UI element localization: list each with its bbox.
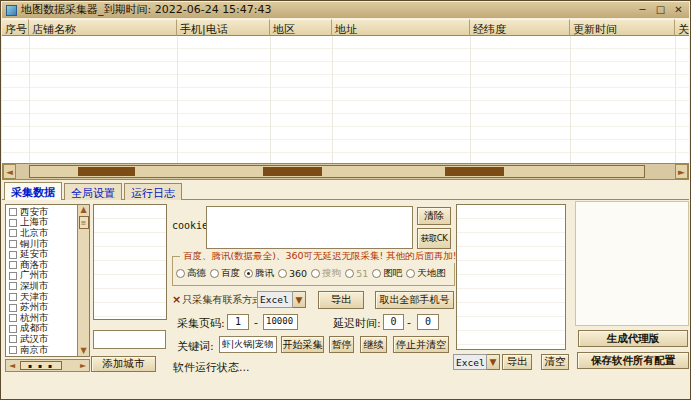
city-checkbox[interactable]	[9, 325, 17, 333]
pause-button[interactable]: 暂停	[329, 336, 354, 353]
bottom-clear-button[interactable]: 清空	[541, 354, 569, 370]
grip-icon: ≡	[81, 219, 87, 227]
right-panel	[575, 201, 689, 326]
city-listbox: 西安市上海市北京市铜川市延安市商洛市广州市深圳市天津市苏州市杭州市成都市武汉市南…	[5, 204, 90, 357]
city-checkbox[interactable]	[9, 240, 17, 248]
city-checkbox[interactable]	[9, 208, 17, 216]
title-bar[interactable]: 地图数据采集器_到期时间: 2022-06-24 15:47:43 ─ □ ✕	[2, 2, 689, 18]
table-hscrollbar-track[interactable]	[16, 164, 675, 179]
scroll-left-icon[interactable]: ◄	[6, 361, 18, 370]
extract-phones-button[interactable]: 取出全部手机号	[375, 291, 454, 309]
city-checkbox[interactable]	[9, 293, 17, 301]
city-checkbox[interactable]	[9, 282, 17, 290]
phone-result-listbox[interactable]	[456, 204, 566, 350]
radio-icon[interactable]	[244, 269, 253, 278]
start-collect-button[interactable]: 开始采集	[281, 336, 324, 353]
export-button[interactable]: 导出	[318, 291, 364, 309]
scroll-down-icon[interactable]: ▼	[80, 346, 86, 356]
dropdown-arrow-icon[interactable]: ▼	[487, 354, 500, 370]
engine-option[interactable]: 搜狗	[311, 267, 341, 280]
city-hscrollbar[interactable]: ◄ ▪ ▪ ▪ ►	[5, 359, 90, 372]
city-checkbox[interactable]	[9, 314, 17, 322]
column-divider	[29, 36, 30, 163]
cookie-get-button[interactable]: 获取CK	[417, 228, 451, 249]
column-header[interactable]: 地址	[332, 19, 470, 36]
radio-icon[interactable]	[372, 269, 381, 278]
delay-label: 延迟时间:	[333, 316, 381, 331]
radio-icon[interactable]	[176, 269, 185, 278]
delay-from-input[interactable]: 0	[383, 314, 404, 330]
stop-clear-button[interactable]: 停止并清空	[393, 336, 449, 353]
scroll-right-icon[interactable]: ►	[77, 361, 89, 370]
export-format-select[interactable]: Excel ▼	[257, 291, 306, 308]
scrollbar-thumb-segment[interactable]	[78, 167, 135, 176]
page-range-label: 采集页码:	[177, 316, 225, 331]
engine-option[interactable]: 天地图	[406, 267, 446, 280]
scrollbar-thumb-segment[interactable]	[263, 167, 322, 176]
city-checkbox[interactable]	[9, 251, 17, 259]
tab-global-settings[interactable]: 全局设置	[64, 183, 122, 200]
radio-icon[interactable]	[311, 269, 320, 278]
scroll-left-icon[interactable]: ◄	[3, 164, 16, 179]
add-city-button[interactable]: 添加城市	[91, 356, 156, 372]
resume-button[interactable]: 继续	[360, 336, 387, 353]
radio-icon[interactable]	[278, 269, 287, 278]
page-from-input[interactable]: 1	[227, 314, 249, 330]
city-checkbox[interactable]	[9, 261, 17, 269]
page-to-input[interactable]: 10000	[263, 314, 298, 330]
tab-collect-data[interactable]: 采集数据	[4, 182, 62, 200]
column-header[interactable]: 手机|电话	[177, 19, 270, 36]
city-checkbox[interactable]	[9, 229, 17, 237]
engine-option[interactable]: 图吧	[372, 267, 402, 280]
export-format-value[interactable]: Excel	[257, 291, 293, 308]
column-header[interactable]: 关键词	[675, 19, 689, 36]
column-header[interactable]: 序号	[2, 19, 29, 36]
city-label: 南京市	[20, 344, 49, 355]
engine-option-label: 天地图	[417, 267, 446, 280]
bottom-format-value[interactable]: Excel	[453, 354, 487, 370]
radio-icon[interactable]	[210, 269, 219, 278]
city-vscrollbar[interactable]: ▲ ≡ ▼	[77, 205, 89, 356]
cookie-textarea[interactable]	[206, 206, 413, 249]
city-vscroll-thumb[interactable]: ≡	[79, 216, 89, 229]
column-header[interactable]: 地区	[270, 19, 332, 36]
city-checkbox[interactable]	[9, 346, 17, 354]
city-list[interactable]: 西安市上海市北京市铜川市延安市商洛市广州市深圳市天津市苏州市杭州市成都市武汉市南…	[7, 207, 76, 355]
column-header[interactable]: 更新时间	[570, 19, 675, 36]
engine-option[interactable]: 百度	[210, 267, 240, 280]
table-body[interactable]	[2, 36, 689, 163]
tab-run-log[interactable]: 运行日志	[124, 183, 182, 200]
column-header[interactable]: 店铺名称	[29, 19, 177, 36]
city-checkbox[interactable]	[9, 219, 17, 227]
engine-option[interactable]: 360	[278, 268, 307, 279]
column-header[interactable]: 经纬度	[470, 19, 570, 36]
city-checkbox[interactable]	[9, 272, 17, 280]
dropdown-arrow-icon[interactable]: ▼	[293, 291, 306, 308]
maximize-icon[interactable]: □	[654, 3, 667, 17]
minimize-icon[interactable]: ─	[636, 3, 649, 17]
radio-icon[interactable]	[406, 269, 415, 278]
bottom-export-button[interactable]: 导出	[502, 354, 532, 370]
save-config-button[interactable]: 保存软件所有配置	[577, 352, 689, 369]
city-hscroll-thumb[interactable]: ▪ ▪ ▪	[20, 361, 62, 370]
selected-keywords-listbox[interactable]	[93, 204, 167, 320]
engine-option[interactable]: 腾讯	[244, 267, 274, 280]
engine-option[interactable]: 高德	[176, 267, 206, 280]
delay-to-input[interactable]: 0	[417, 314, 439, 330]
scrollbar-thumb-segment[interactable]	[445, 167, 504, 176]
close-icon[interactable]: ✕	[672, 3, 685, 17]
radio-icon[interactable]	[345, 269, 354, 278]
window-title: 地图数据采集器_到期时间: 2022-06-24 15:47:43	[21, 2, 272, 18]
scroll-up-icon[interactable]: ▲	[80, 205, 86, 215]
generate-proxy-button[interactable]: 生成代理版	[578, 330, 688, 347]
bottom-format-select[interactable]: Excel ▼	[453, 354, 500, 370]
city-checkbox[interactable]	[9, 335, 17, 343]
cookie-clear-button[interactable]: 清除	[417, 207, 451, 225]
engine-option[interactable]: 51	[345, 268, 368, 279]
new-city-input[interactable]	[93, 330, 166, 349]
city-checkbox[interactable]	[9, 304, 17, 312]
scroll-right-icon[interactable]: ►	[675, 164, 688, 179]
table-hscrollbar[interactable]: ◄ ►	[2, 163, 689, 180]
keyword-input[interactable]: 虾|火锅|宠物	[219, 336, 277, 353]
city-item[interactable]: 南京市	[7, 345, 76, 355]
